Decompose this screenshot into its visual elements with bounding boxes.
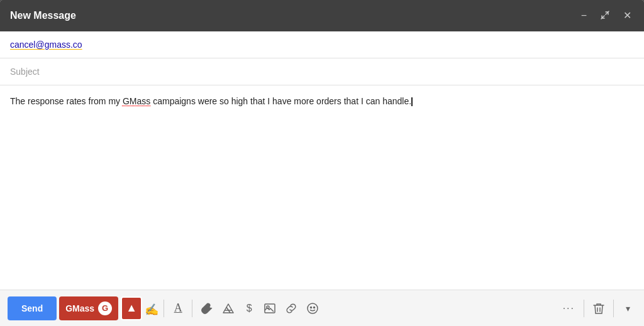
gmass-button-label: GMass (65, 303, 94, 313)
alert-button[interactable]: ▲ (121, 296, 142, 320)
window-controls: − ✕ (579, 9, 634, 23)
toolbar: Send GMass G ▲ ✍ A (0, 290, 644, 326)
divider-1 (164, 300, 164, 317)
delete-button[interactable] (589, 298, 608, 318)
cursor-indicator: ✍ (145, 303, 158, 317)
format-text-icon: A (174, 302, 182, 315)
maximize-button[interactable] (598, 9, 612, 23)
more-options-icon: ··· (563, 303, 575, 314)
svg-point-7 (314, 307, 315, 308)
svg-point-6 (311, 307, 312, 308)
dollar-button[interactable]: $ (240, 298, 258, 318)
body-area[interactable]: The response rates from my GMass campaig… (0, 85, 644, 290)
body-text: The response rates from my GMass campaig… (10, 94, 634, 108)
send-button[interactable]: Send (8, 296, 57, 320)
body-text-part1: The response rates from my (10, 96, 123, 106)
to-email[interactable]: cancel@gmass.co (10, 40, 82, 50)
gmass-button[interactable]: GMass G (59, 296, 118, 320)
body-text-part2: campaigns were so high that I have more … (150, 96, 411, 106)
gmass-button-icon: G (98, 302, 112, 315)
dropdown-button[interactable]: ▾ (619, 298, 636, 318)
link-button[interactable] (282, 298, 301, 318)
photo-button[interactable] (260, 298, 279, 318)
subject-row[interactable]: Subject (0, 58, 644, 85)
svg-point-5 (308, 303, 318, 313)
compose-window: New Message − ✕ cancel@gmass.co Subject … (0, 0, 644, 326)
to-field: cancel@gmass.co (0, 31, 644, 58)
minimize-button[interactable]: − (579, 9, 589, 22)
alert-icon: ▲ (126, 302, 137, 315)
dollar-icon: $ (247, 303, 252, 314)
drive-button[interactable] (219, 298, 238, 318)
dropdown-icon: ▾ (626, 303, 630, 313)
svg-marker-0 (223, 304, 233, 313)
emoji-button[interactable] (303, 298, 322, 318)
divider-2 (192, 300, 192, 317)
gmass-g-letter: G (102, 304, 108, 312)
close-button[interactable]: ✕ (621, 9, 634, 22)
window-title: New Message (10, 10, 76, 21)
more-options-button[interactable]: ··· (559, 298, 579, 318)
subject-placeholder: Subject (10, 67, 40, 77)
title-bar: New Message − ✕ (0, 0, 644, 31)
text-cursor (411, 97, 413, 106)
attach-button[interactable] (197, 298, 216, 318)
gmass-word: GMass (123, 96, 150, 106)
format-text-button[interactable]: A (169, 298, 187, 318)
divider-4 (613, 300, 614, 317)
divider-3 (584, 300, 584, 317)
